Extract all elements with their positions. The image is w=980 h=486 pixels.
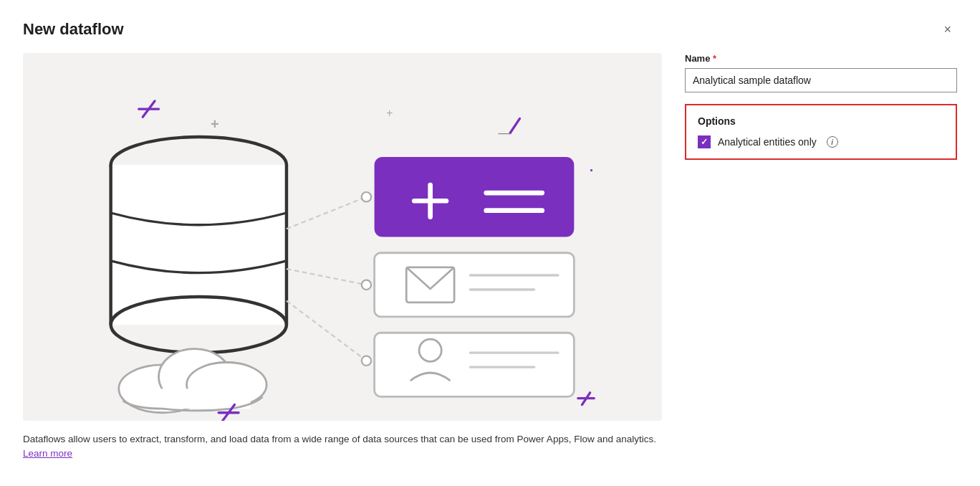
svg-text:+: + bbox=[211, 116, 219, 132]
svg-rect-24 bbox=[375, 333, 575, 396]
svg-point-10 bbox=[362, 192, 371, 201]
illustration-area: + + ▪ — bbox=[23, 53, 662, 421]
dialog-title: New dataflow bbox=[23, 20, 124, 39]
dialog-header: New dataflow × bbox=[23, 20, 957, 39]
dialog-footer: Create Cancel bbox=[23, 478, 957, 486]
svg-text:—: — bbox=[498, 125, 511, 140]
name-input[interactable] bbox=[685, 68, 957, 92]
description-area: Dataflows allow users to extract, transf… bbox=[23, 432, 662, 462]
new-dataflow-dialog: New dataflow × bbox=[0, 0, 980, 486]
svg-point-12 bbox=[362, 280, 371, 290]
dialog-body: + + ▪ — Dataflows allow users to extract… bbox=[23, 53, 957, 461]
checkmark-icon: ✓ bbox=[701, 137, 708, 147]
svg-rect-1 bbox=[111, 165, 287, 325]
name-section: Name * bbox=[685, 53, 957, 92]
svg-line-11 bbox=[287, 269, 366, 285]
svg-line-9 bbox=[287, 197, 366, 229]
right-panel: Name * Options ✓ Analytical entities onl… bbox=[685, 53, 957, 461]
svg-point-14 bbox=[362, 356, 371, 366]
learn-more-link[interactable]: Learn more bbox=[23, 448, 72, 459]
description-text: Dataflows allow users to extract, transf… bbox=[23, 434, 656, 444]
illustration-svg: + + ▪ — bbox=[23, 53, 662, 421]
left-panel: + + ▪ — Dataflows allow users to extract… bbox=[23, 53, 662, 461]
options-box: Options ✓ Analytical entities only i bbox=[685, 104, 957, 160]
options-title: Options bbox=[698, 115, 944, 127]
close-button[interactable]: × bbox=[938, 20, 957, 39]
svg-rect-15 bbox=[375, 157, 575, 237]
required-indicator: * bbox=[713, 53, 716, 64]
analytical-entities-checkbox-row[interactable]: ✓ Analytical entities only i bbox=[698, 135, 944, 148]
svg-line-13 bbox=[287, 301, 366, 361]
svg-text:▪: ▪ bbox=[590, 166, 593, 174]
checkbox-label: Analytical entities only bbox=[718, 136, 817, 148]
info-icon[interactable]: i bbox=[827, 136, 838, 148]
svg-rect-20 bbox=[375, 253, 575, 317]
name-label: Name * bbox=[685, 53, 957, 64]
analytical-entities-checkbox[interactable]: ✓ bbox=[698, 135, 711, 148]
svg-text:+: + bbox=[386, 107, 393, 119]
svg-line-37 bbox=[510, 118, 519, 133]
